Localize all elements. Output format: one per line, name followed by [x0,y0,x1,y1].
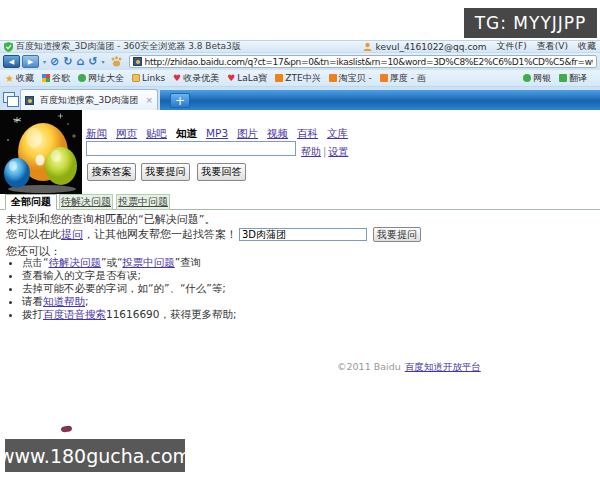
nav-images[interactable]: 图片 [237,127,258,141]
screenshot-root: TG: MYYJJPP www.180gucha.com 百度知道搜索_3D肉蒲… [0,0,600,480]
nav-baike[interactable]: 百科 [297,127,318,141]
tab-unsolved-questions[interactable]: 待解决问题 [59,194,113,210]
bookmark-shoulu[interactable]: ♥ 收录优美 [173,72,219,85]
favorites-label: 收藏 [16,72,34,85]
star-icon: ★ [5,73,14,84]
refresh-button[interactable]: ↻ [63,56,72,67]
ask-link[interactable]: 提问 [61,227,83,242]
tab-close-icon[interactable]: × [145,95,153,105]
orange-square-icon [380,74,388,82]
netbank-label: 网银 [533,72,551,85]
bookmark-links[interactable]: Links [132,73,165,83]
translate-button[interactable]: 翻译 [559,72,587,85]
google-icon [42,74,50,82]
nav-zhidao-active: 知道 [176,127,197,141]
active-tab[interactable]: 百度知道搜索_3D肉蒲团 × [20,89,158,110]
history-dropdown-icon[interactable]: ▾ [43,58,46,65]
answer-button[interactable]: 我要回答 [197,163,246,181]
page-content: 新闻 网页 贴吧 知道 MP3 图片 视频 百科 文库 帮助|设置 搜索答案 我… [0,110,600,480]
translate-icon [559,74,567,82]
folder-icon [132,74,140,82]
green-circle-icon [78,74,86,82]
suggestion-text: ; [85,295,89,307]
back-button[interactable]: ◀ [3,55,20,68]
copyright-text: ©2011 Baidu [337,361,401,372]
help-link[interactable]: 帮助 [301,146,321,157]
watermark-url: www.180gucha.com [5,439,185,472]
page-footer: ©2011 Baidu百度知道开放平台 [337,361,481,374]
netbank-button[interactable]: 网银 [523,72,551,85]
unsolved-link[interactable]: 待解决问题 [48,256,101,268]
window-title: 百度知道搜索_3D肉蒲团 - 360安全浏览器 3.8 Beta3版 [16,40,363,53]
ask-text-pre: 您可以在此 [6,227,61,242]
nav-news[interactable]: 新闻 [86,127,107,141]
browser-titlebar: 百度知道搜索_3D肉蒲团 - 360安全浏览器 3.8 Beta3版 kevul… [0,40,600,53]
ask-question-input[interactable] [239,228,367,241]
url-text[interactable]: http://zhidao.baidu.com/q?ct=17&pn=0&tn=… [145,57,593,67]
tg-contact-badge: TG: MYYJJPP [464,8,597,38]
menu-favorites[interactable]: 收藏 [578,40,596,53]
heart-icon: ♥ [173,73,181,83]
nav-video[interactable]: 视频 [267,127,288,141]
suggestion-text: 请看 [22,295,43,307]
ask-question-button[interactable]: 我要提问 [141,163,190,181]
bookmark-sites[interactable]: 网址大全 [78,72,124,85]
bookmark-label: ZTE中兴 [285,72,320,85]
bookmark-zte[interactable]: ZTE中兴 [275,72,320,85]
forward-icon: ▶ [28,58,33,66]
voice-search-link[interactable]: 百度语音搜索 [43,308,106,320]
translate-label: 翻译 [569,72,587,85]
submit-question-button[interactable]: 我要提问 [373,227,421,242]
nav-mp3[interactable]: MP3 [206,127,228,141]
orange-square-icon [275,74,283,82]
bookmark-houdu[interactable]: 厚度 - 画 [380,72,426,85]
suggestion-text: 拨打 [22,308,43,320]
forward-button[interactable]: ▶ [22,55,39,68]
bookmark-label: LaLa寶 [237,72,267,85]
tools-dropdown-icon[interactable]: ▾ [102,58,105,65]
suggestion-text: ”或“ [101,256,122,268]
site-favicon [133,57,142,66]
suggestion-item: 拨打百度语音搜索11616690，获得更多帮助; [22,308,236,321]
menu-file[interactable]: 文件(F) [497,40,527,53]
bookmark-taobao[interactable]: 淘宝贝 - [329,72,372,85]
back-icon: ◀ [9,58,14,66]
bookmark-lala[interactable]: ♥ LaLa寶 [227,72,267,85]
search-answers-button[interactable]: 搜索答案 [87,163,136,181]
account-email[interactable]: kevul_4161022@qq.com [376,42,487,52]
nav-web[interactable]: 网页 [116,127,137,141]
bookmark-label: 网址大全 [88,72,124,85]
new-tab-button[interactable]: + [170,93,190,108]
voting-link[interactable]: 投票中问题 [122,256,175,268]
paw-icon[interactable] [110,56,123,68]
bookmark-label: Links [142,73,165,83]
home-button[interactable]: ⌂ [76,56,84,67]
suggestion-text: 点击“ [22,256,48,268]
ask-row: 您可以在此提问，让其他网友帮您一起找答案！ 我要提问 [6,227,421,242]
zhidao-help-link[interactable]: 知道帮助 [43,295,85,307]
bookmark-label: 收录优美 [183,72,219,85]
address-bar[interactable]: http://zhidao.baidu.com/q?ct=17&pn=0&tn=… [129,55,597,68]
tab-voting-questions[interactable]: 投票中问题 [116,194,170,210]
bookmark-google[interactable]: 谷歌 [42,72,70,85]
favorites-button[interactable]: ★ 收藏 [5,72,34,85]
tab-favicon [25,96,34,105]
suggestion-item: 查看输入的文字是否有误; [22,269,236,282]
settings-link[interactable]: 设置 [328,146,348,157]
tab-all-questions[interactable]: 全部问题 [5,194,57,210]
open-platform-link[interactable]: 百度知道开放平台 [405,361,481,372]
search-input[interactable] [86,141,296,156]
suggestion-text: 去掉可能不必要的字词，如“的”、“什么”等; [22,282,226,294]
stop-button[interactable]: ⊘ [50,56,59,67]
window-restore-icon[interactable] [3,92,15,103]
suggestions-list: 点击“待解决问题”或“投票中问题”查询 查看输入的文字是否有误; 去掉可能不必要… [22,256,236,321]
browser-toolbar: ◀ ▶ ▾ ⊘ ↻ ⌂ ↺ ▾ http://zhidao.baidu.com/… [0,53,600,70]
bookmarks-bar: ★ 收藏 谷歌 网址大全 Links ♥ 收录优美 ♥ LaLa寶 [0,70,600,87]
nav-wenku[interactable]: 文库 [327,127,348,141]
bookmark-label: 谷歌 [52,72,70,85]
menu-view[interactable]: 查看(V) [537,40,568,53]
nav-tieba[interactable]: 贴吧 [146,127,167,141]
netbank-icon [523,74,531,82]
undo-button[interactable]: ↺ [88,56,97,67]
suggestion-item: 请看知道帮助; [22,295,236,308]
